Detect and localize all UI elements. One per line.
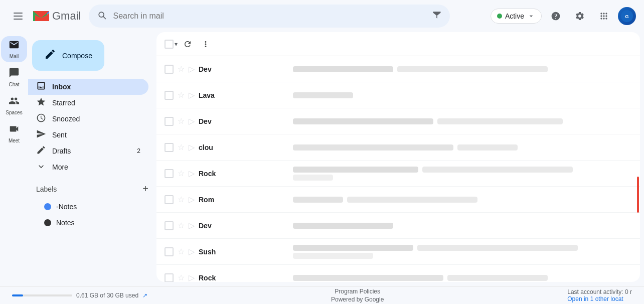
- row-checkbox[interactable]: [165, 221, 174, 230]
- nav-item-inbox[interactable]: Inbox: [28, 79, 148, 95]
- row-checkbox[interactable]: [165, 143, 174, 152]
- important-icon[interactable]: ▷: [189, 64, 195, 74]
- select-all-chevron[interactable]: ▾: [175, 41, 178, 48]
- sender-name: Rock: [199, 170, 289, 178]
- nav-more[interactable]: More: [28, 159, 156, 175]
- sidebar-item-mail[interactable]: Mail: [1, 36, 27, 62]
- label-item-notes-dark[interactable]: Notes: [36, 215, 140, 231]
- email-line1: [293, 197, 632, 203]
- email-row[interactable]: ☆ ▷ Sush: [156, 239, 640, 265]
- email-content: [293, 144, 632, 150]
- nav-item-starred[interactable]: Starred: [28, 95, 148, 111]
- inbox-label: Inbox: [52, 83, 140, 91]
- label-dot-blue: [44, 203, 51, 210]
- add-label-button[interactable]: +: [142, 183, 148, 195]
- subject-blur: [293, 197, 343, 203]
- star-icon[interactable]: ☆: [178, 142, 185, 152]
- important-icon[interactable]: ▷: [189, 247, 195, 256]
- row-checkbox[interactable]: [165, 247, 174, 256]
- star-icon[interactable]: ☆: [178, 195, 185, 204]
- important-icon[interactable]: ▷: [189, 142, 195, 152]
- preview-blur: [397, 66, 548, 72]
- email-line1: [293, 144, 632, 150]
- email-line1: [293, 167, 632, 173]
- inbox-icon: [36, 81, 46, 93]
- subject-blur: [293, 118, 433, 124]
- star-icon[interactable]: ☆: [178, 247, 185, 256]
- star-icon[interactable]: ☆: [178, 116, 185, 126]
- footer-right: Last account activity: 0 r Open in 1 oth…: [567, 288, 632, 302]
- email-row[interactable]: ☆ ▷ Rom: [156, 187, 640, 213]
- sender-name: Sush: [199, 248, 289, 256]
- sender-name: Lava: [199, 91, 289, 99]
- nav-item-drafts[interactable]: Drafts 2: [28, 143, 148, 159]
- open-label[interactable]: Open in 1 other locat: [567, 295, 623, 302]
- important-icon[interactable]: ▷: [189, 221, 195, 230]
- refresh-button[interactable]: [180, 36, 196, 52]
- email-line1: [293, 118, 632, 124]
- email-row[interactable]: ☆ ▷ Dev: [156, 213, 640, 239]
- row-checkbox[interactable]: [165, 169, 174, 178]
- preview-blur: [447, 275, 548, 281]
- sent-label: Sent: [52, 131, 140, 139]
- label-dot-dark: [44, 219, 51, 226]
- help-button[interactable]: [546, 6, 566, 26]
- row-checkbox[interactable]: [165, 195, 174, 204]
- star-icon[interactable]: ☆: [178, 90, 185, 100]
- email-row[interactable]: ☆ ▷ Dev: [156, 108, 640, 134]
- important-icon[interactable]: ▷: [189, 90, 195, 100]
- star-icon[interactable]: ☆: [178, 64, 185, 74]
- important-icon[interactable]: ▷: [189, 273, 195, 282]
- labels-header: Labels +: [36, 183, 148, 195]
- compose-button[interactable]: Compose: [32, 40, 104, 71]
- row-checkbox[interactable]: [165, 91, 174, 100]
- email-row[interactable]: ☆ ▷ Rock: [156, 161, 640, 187]
- email-list: ☆ ▷ Dev ☆ ▷ Lava: [156, 56, 640, 282]
- compose-icon: [44, 48, 56, 63]
- search-input[interactable]: [113, 12, 426, 21]
- sidebar-item-chat[interactable]: Chat: [1, 64, 27, 90]
- menu-button[interactable]: [8, 6, 28, 26]
- email-row[interactable]: ☆ ▷ Dev: [156, 56, 640, 82]
- svg-text:G: G: [625, 14, 628, 19]
- search-filter-icon[interactable]: [432, 10, 442, 23]
- more-options-button[interactable]: [198, 36, 214, 52]
- storage-link[interactable]: ↗: [142, 292, 147, 299]
- svg-rect-2: [14, 19, 23, 20]
- select-all-area[interactable]: ▾: [165, 40, 178, 49]
- sidebar-item-meet[interactable]: Meet: [1, 120, 27, 146]
- important-icon[interactable]: ▷: [189, 195, 195, 204]
- email-content: [293, 118, 632, 124]
- sender-name: Dev: [199, 65, 289, 73]
- status-button[interactable]: Active: [491, 9, 542, 24]
- select-all-checkbox[interactable]: [165, 40, 174, 49]
- nav-item-sent[interactable]: Sent: [28, 127, 148, 143]
- important-icon[interactable]: ▷: [189, 169, 195, 178]
- topbar: Gmail Active G: [0, 0, 644, 32]
- important-icon[interactable]: ▷: [189, 116, 195, 126]
- settings-button[interactable]: [570, 6, 590, 26]
- chevron-down-icon: [36, 162, 46, 173]
- email-row[interactable]: ☆ ▷ Lava: [156, 82, 640, 108]
- row-checkbox[interactable]: [165, 117, 174, 126]
- more-label: More: [52, 163, 68, 171]
- star-icon[interactable]: ☆: [178, 221, 185, 230]
- email-row[interactable]: ☆ ▷ Rock: [156, 265, 640, 282]
- label-item-notes-blue[interactable]: -Notes: [36, 199, 140, 215]
- row-checkbox[interactable]: [165, 273, 174, 282]
- row-checkbox[interactable]: [165, 65, 174, 74]
- email-row[interactable]: ☆ ▷ clou: [156, 134, 640, 161]
- main-content: Mail Chat Spaces Meet Compose: [0, 32, 644, 286]
- avatar[interactable]: G: [618, 7, 636, 25]
- email-line2: [293, 253, 632, 259]
- policies-label[interactable]: Program Policies: [335, 288, 380, 295]
- star-icon[interactable]: ☆: [178, 169, 185, 178]
- sidebar-item-spaces[interactable]: Spaces: [1, 92, 27, 118]
- apps-button[interactable]: [594, 6, 614, 26]
- subject-blur: [293, 144, 453, 150]
- star-icon[interactable]: ☆: [178, 273, 185, 282]
- nav-item-snoozed[interactable]: Snoozed: [28, 111, 148, 127]
- search-icon: [97, 10, 107, 23]
- labels-title: Labels: [36, 185, 57, 193]
- preview-line2: [293, 253, 373, 259]
